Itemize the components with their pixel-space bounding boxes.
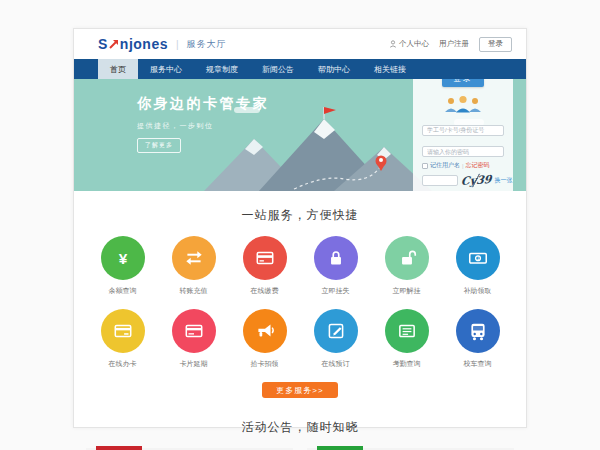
services-section-title: 一站服务，方便快捷 bbox=[74, 207, 526, 224]
captcha-refresh-link[interactable]: 换一张 bbox=[494, 176, 512, 185]
unlock-icon bbox=[385, 236, 429, 280]
hero-copy: 你身边的卡管专家 提供捷径，一步到位 了解更多 bbox=[137, 95, 269, 153]
service-balance[interactable]: ¥ 余额查询 bbox=[87, 236, 158, 296]
separator: | bbox=[462, 163, 464, 169]
lock-icon bbox=[314, 236, 358, 280]
register-link[interactable]: 用户注册 bbox=[439, 39, 469, 49]
megaphone-icon bbox=[243, 309, 287, 353]
service-label: 在线预订 bbox=[322, 359, 350, 369]
service-label: 余额查询 bbox=[109, 286, 137, 296]
login-panel: 登录 记住用户名 | 忘记密码 Cy39 换一张 登录 bbox=[413, 79, 513, 191]
services-grid: ¥ 余额查询 转账充值 在线缴费 立即挂失 立即解挂 bbox=[87, 236, 513, 369]
brand-text: S bbox=[98, 36, 108, 52]
service-label: 在线办卡 bbox=[109, 359, 137, 369]
tab-usage-guide-right[interactable]: 使用指南 bbox=[317, 446, 363, 450]
svg-text:1: 1 bbox=[476, 256, 479, 261]
service-label: 立即挂失 bbox=[322, 286, 350, 296]
transfer-icon bbox=[172, 236, 216, 280]
arrow-logo-icon bbox=[109, 35, 119, 53]
captcha-row: Cy39 换一张 bbox=[422, 174, 504, 187]
brand-divider: | bbox=[176, 39, 179, 50]
service-label: 补助领取 bbox=[464, 286, 492, 296]
banknote-icon: 1 bbox=[456, 236, 500, 280]
nav-item-news[interactable]: 新闻公告 bbox=[250, 59, 306, 79]
top-header: S njones | 服务大厅 个人中心 用户注册 登录 bbox=[74, 29, 526, 59]
login-options-row: 记住用户名 | 忘记密码 bbox=[422, 161, 504, 170]
svg-text:¥: ¥ bbox=[118, 250, 127, 267]
tab-usage-guide-left[interactable]: 使用指南 bbox=[96, 446, 142, 450]
brand-logo[interactable]: S njones | 服务大厅 bbox=[98, 35, 227, 53]
service-label: 在线缴费 bbox=[251, 286, 279, 296]
service-label: 拾卡招领 bbox=[251, 359, 279, 369]
bankcard-icon bbox=[243, 236, 287, 280]
service-subsidy[interactable]: 1 补助领取 bbox=[442, 236, 513, 296]
personal-center-link[interactable]: 个人中心 bbox=[389, 39, 429, 49]
service-unlock[interactable]: 立即解挂 bbox=[371, 236, 442, 296]
user-icon bbox=[389, 40, 397, 48]
edit-icon bbox=[314, 309, 358, 353]
service-transfer[interactable]: 转账充值 bbox=[158, 236, 229, 296]
service-online-booking[interactable]: 在线预订 bbox=[300, 309, 371, 369]
account-input[interactable] bbox=[422, 125, 504, 136]
service-label: 卡片延期 bbox=[180, 359, 208, 369]
captcha-input[interactable] bbox=[422, 175, 458, 186]
service-school-bus[interactable]: 校车查询 bbox=[442, 309, 513, 369]
remember-checkbox[interactable] bbox=[422, 163, 428, 169]
nav-item-rules[interactable]: 规章制度 bbox=[194, 59, 250, 79]
service-label: 转账充值 bbox=[180, 286, 208, 296]
card-renew-icon bbox=[172, 309, 216, 353]
service-label: 考勤查询 bbox=[393, 359, 421, 369]
header-actions: 个人中心 用户注册 登录 bbox=[389, 37, 512, 52]
page: S njones | 服务大厅 个人中心 用户注册 登录 首页 服务中心 规章制… bbox=[73, 28, 527, 428]
hero-title: 你身边的卡管专家 bbox=[137, 95, 269, 113]
site-subtitle: 服务大厅 bbox=[187, 38, 227, 51]
service-attendance[interactable]: 考勤查询 bbox=[371, 309, 442, 369]
yen-icon: ¥ bbox=[101, 236, 145, 280]
header-login-button[interactable]: 登录 bbox=[479, 37, 512, 52]
remember-label: 记住用户名 bbox=[430, 161, 460, 170]
nav-item-service-center[interactable]: 服务中心 bbox=[138, 59, 194, 79]
bus-icon bbox=[456, 309, 500, 353]
nav-item-help-center[interactable]: 帮助中心 bbox=[306, 59, 362, 79]
service-lost-found[interactable]: 拾卡招领 bbox=[229, 309, 300, 369]
password-input[interactable] bbox=[422, 146, 504, 157]
users-icon bbox=[422, 95, 504, 113]
hero-more-button[interactable]: 了解更多 bbox=[137, 138, 181, 153]
hero-subtitle: 提供捷径，一步到位 bbox=[137, 121, 269, 131]
login-tab[interactable]: 登录 bbox=[442, 79, 484, 87]
service-label: 校车查询 bbox=[464, 359, 492, 369]
card-icon bbox=[101, 309, 145, 353]
service-report-loss[interactable]: 立即挂失 bbox=[300, 236, 371, 296]
service-pay-online[interactable]: 在线缴费 bbox=[229, 236, 300, 296]
announcements-section-title: 活动公告，随时知晓 bbox=[74, 419, 526, 436]
service-apply-card[interactable]: 在线办卡 bbox=[87, 309, 158, 369]
more-services-button[interactable]: 更多服务>> bbox=[262, 382, 338, 398]
main-nav: 首页 服务中心 规章制度 新闻公告 帮助中心 相关链接 bbox=[74, 59, 526, 79]
nav-item-home[interactable]: 首页 bbox=[98, 59, 138, 79]
hero-banner: 你身边的卡管专家 提供捷径，一步到位 了解更多 登录 bbox=[74, 79, 526, 191]
service-label: 立即解挂 bbox=[393, 286, 421, 296]
brand-text: njones bbox=[120, 36, 168, 52]
service-card-renewal[interactable]: 卡片延期 bbox=[158, 309, 229, 369]
nav-item-links[interactable]: 相关链接 bbox=[362, 59, 418, 79]
attendance-icon bbox=[385, 309, 429, 353]
captcha-image[interactable]: Cy39 bbox=[461, 173, 492, 188]
forgot-password-link[interactable]: 忘记密码 bbox=[466, 161, 490, 170]
